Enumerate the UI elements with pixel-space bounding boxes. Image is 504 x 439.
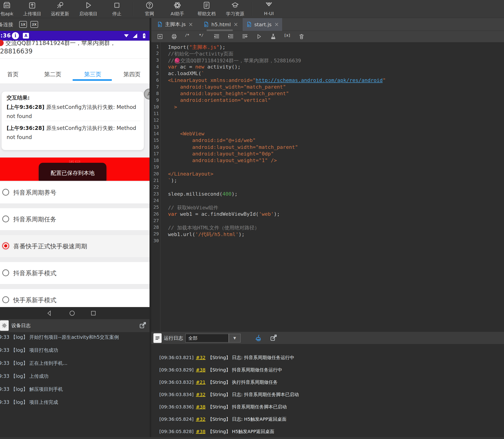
code-line-13[interactable]: 13 xyxy=(151,124,504,131)
log-ref-link[interactable]: #38 xyxy=(196,404,205,410)
code-line-10[interactable]: 10 > xyxy=(151,104,504,111)
code-line-14[interactable]: 14 <WebView xyxy=(151,131,504,137)
nav-back-icon[interactable] xyxy=(46,310,53,317)
run-tool-icon[interactable] xyxy=(256,33,263,40)
code-line-3[interactable]: 3//🧶交流QQ群711841924群一，苹果内测群，528816639 xyxy=(151,57,504,64)
toolbar-item-remote[interactable]: 远程更新 xyxy=(46,1,74,17)
code-line-9[interactable]: 9 android:orientation="vertical" xyxy=(151,97,504,104)
outdent-tool-icon[interactable] xyxy=(213,33,220,40)
mode-option-抖音系新手模式[interactable]: 抖音系新手模式 xyxy=(0,262,150,284)
code-line-25[interactable]: 25// 获取WebView组件 xyxy=(151,204,504,211)
toolbar-item-helpdoc[interactable]: 帮助文档 xyxy=(193,1,220,17)
editor-tab-h5.html[interactable]: Jsh5.html× xyxy=(200,18,241,31)
clean-tool-icon[interactable] xyxy=(298,33,305,40)
log-filter-select[interactable]: 全部 xyxy=(185,334,229,342)
device-log-gear-icon[interactable] xyxy=(0,320,9,331)
clear-log-brush-icon[interactable] xyxy=(254,334,262,342)
code-line-30[interactable]: 30 xyxy=(151,238,504,244)
format-tool-icon[interactable] xyxy=(241,33,248,40)
mode-option-抖音系周期养号[interactable]: 抖音系周期养号 xyxy=(0,182,150,203)
toolbar-item-website[interactable]: 官网 xyxy=(136,1,163,17)
status-time: :36 xyxy=(0,32,11,39)
indent-tool-icon[interactable] xyxy=(227,33,234,40)
code-line-16[interactable]: 16 android:layout_width="match_parent" xyxy=(151,144,504,151)
log-ref-link[interactable]: #21 xyxy=(196,379,205,385)
code-line-17[interactable]: 17 android:layout_height="0dp" xyxy=(151,151,504,158)
log-ref-link[interactable]: #38 xyxy=(196,429,205,434)
code-line-4[interactable]: 4var ac = new activity(); xyxy=(151,64,504,71)
phone-mirror[interactable]: :36 i A 交流QQ群711841924群一，苹果内测群， 28816639… xyxy=(0,31,150,319)
code-line-29[interactable]: 29web1.url('/代码/h5.html'); xyxy=(151,231,504,238)
toolbar-item-stop[interactable]: 停止 xyxy=(103,1,131,17)
code-line-6[interactable]: 6<LinearLayout xmlns:android="http://sch… xyxy=(151,77,504,84)
code-text: android:layout_weight="1" /> xyxy=(168,158,277,163)
nav-recents-icon[interactable] xyxy=(90,310,97,317)
radio-unselected[interactable] xyxy=(2,189,9,196)
phone-tab-第四页[interactable]: 第四页 xyxy=(116,71,148,78)
editor-tab-start.js[interactable]: Jsstart.js× xyxy=(243,18,282,31)
device-log-expand-icon[interactable] xyxy=(139,321,146,329)
radio-unselected[interactable] xyxy=(2,296,9,303)
phone-tab-首页[interactable]: 首页 xyxy=(0,71,29,78)
mode-option-喜番快手正式快手极速周期[interactable]: 喜番快手正式快手极速周期 xyxy=(0,235,150,257)
code-line-8[interactable]: 8 android:layout_height="match_parent" xyxy=(151,91,504,97)
log-ref-link[interactable]: #32 xyxy=(196,392,205,397)
comment-close-tool-icon[interactable]: */ xyxy=(199,33,206,40)
log-filter-dropdown-button[interactable]: ▼ xyxy=(229,334,240,342)
comment-open-tool-icon[interactable]: /* xyxy=(185,33,192,40)
code-line-1[interactable]: 1Import("主脚本.js"); xyxy=(151,44,504,50)
toolbar-item-ai[interactable]: AI助手 xyxy=(164,1,191,17)
tab-close-icon[interactable]: × xyxy=(274,21,279,28)
svg-text:APK: APK xyxy=(5,5,9,7)
nav-home-icon[interactable] xyxy=(69,310,76,317)
run-log-expand-icon[interactable] xyxy=(270,334,277,342)
code-line-22[interactable]: 22 xyxy=(151,184,504,191)
code-line-18[interactable]: 18 android:layout_weight="1" /> xyxy=(151,158,504,164)
radio-selected[interactable] xyxy=(2,243,9,249)
code-line-7[interactable]: 7 android:layout_width="match_parent" xyxy=(151,84,504,91)
code-line-26[interactable]: 26var web1 = ac.findWebViewById('web'); xyxy=(151,211,504,218)
code-line-23[interactable]: 23sleep.millisecond(400); xyxy=(151,191,504,198)
toolbar-item-apk[interactable]: APK包apk xyxy=(0,1,21,17)
toolbar-item-runproj[interactable]: 启动项目 xyxy=(75,1,102,17)
code-editor[interactable]: 1Import("主脚本.js");2//初始化一个activity页面3//🧶… xyxy=(151,42,504,331)
mode-option-抖音系周期任务[interactable]: 抖音系周期任务 xyxy=(0,208,150,230)
toolbar-item-learn[interactable]: 学习资源 xyxy=(221,1,249,17)
code-line-11[interactable]: 11 xyxy=(151,111,504,117)
zoom-1x-button[interactable]: 1X xyxy=(19,21,27,28)
test-tool-icon[interactable] xyxy=(270,33,277,40)
xpath-tool-icon[interactable]: [x] xyxy=(284,33,291,40)
zoom-2x-button[interactable]: 2X xyxy=(30,21,38,28)
code-line-28[interactable]: 28// 加载本地HTML文件（使用绝对路径） xyxy=(151,224,504,231)
panel-divider[interactable] xyxy=(150,18,151,439)
phone-tab-第三页[interactable]: 第三页 xyxy=(77,71,109,78)
print-tool-icon[interactable] xyxy=(171,33,178,40)
line-number: 29 xyxy=(151,231,159,236)
code-line-20[interactable]: 20</LinearLayout> xyxy=(151,171,504,178)
code-line-19[interactable]: 19 xyxy=(151,164,504,171)
log-message: 【String】 日志: 抖音系周期做任务运行中 xyxy=(208,355,294,360)
log-ref-link[interactable]: #32 xyxy=(196,416,205,422)
add-tool-icon[interactable] xyxy=(156,33,163,40)
radio-unselected[interactable] xyxy=(2,269,9,276)
horizontal-scrollbar[interactable] xyxy=(207,29,233,31)
code-line-15[interactable]: 15 android:id="@+id/web" xyxy=(151,137,504,144)
code-text: > xyxy=(168,104,177,110)
code-line-24[interactable]: 24 xyxy=(151,198,504,204)
code-line-12[interactable]: 12 xyxy=(151,117,504,124)
radio-unselected[interactable] xyxy=(2,216,9,222)
tab-close-icon[interactable]: × xyxy=(189,21,193,28)
floating-assist-ball[interactable]: A xyxy=(144,89,150,99)
phone-tab-第二页[interactable]: 第二页 xyxy=(37,71,69,78)
log-ref-link[interactable]: #38 xyxy=(196,367,205,373)
tab-close-icon[interactable]: × xyxy=(234,21,238,28)
code-line-27[interactable]: 27 xyxy=(151,218,504,224)
log-ref-link[interactable]: #32 xyxy=(196,355,205,360)
code-line-2[interactable]: 2//初始化一个activity页面 xyxy=(151,50,504,57)
toolbar-item-upload[interactable]: 上传项目 xyxy=(18,1,46,17)
toolbar-item-hui[interactable]: H-UI xyxy=(255,1,283,16)
editor-tab-主脚本.js[interactable]: Js主脚本.js× xyxy=(153,18,196,31)
code-line-21[interactable]: 21`); xyxy=(151,178,504,184)
code-line-5[interactable]: 5ac.loadXML(` xyxy=(151,71,504,77)
option-label: 抖音系周期养号 xyxy=(13,189,56,197)
